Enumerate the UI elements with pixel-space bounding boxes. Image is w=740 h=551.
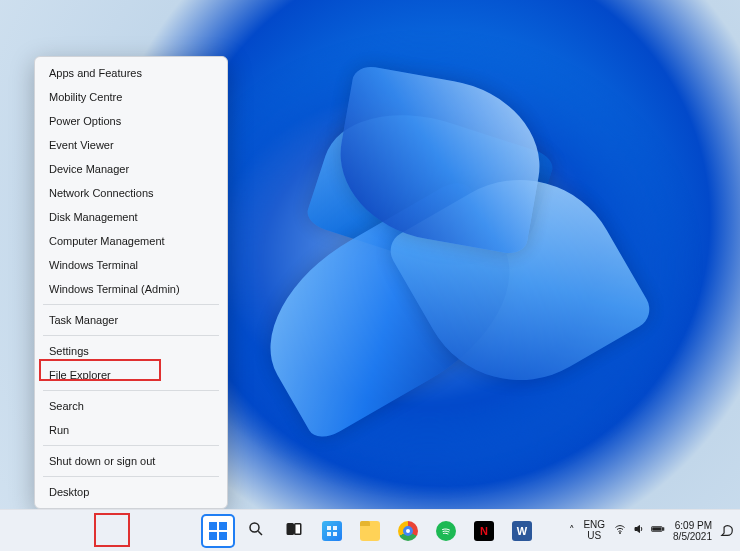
menu-separator xyxy=(43,445,219,446)
menu-item-search[interactable]: Search xyxy=(35,394,227,418)
menu-item-device-manager[interactable]: Device Manager xyxy=(35,157,227,181)
menu-separator xyxy=(43,304,219,305)
taskbar-center: N W xyxy=(203,516,537,546)
system-tray: ˄ ENG US 6:09 PM 8/5/2021 xyxy=(569,510,734,551)
svg-line-1 xyxy=(258,531,262,535)
netflix-icon: N xyxy=(474,521,494,541)
svg-rect-10 xyxy=(663,528,664,530)
svg-rect-2 xyxy=(287,523,293,534)
menu-item-desktop[interactable]: Desktop xyxy=(35,480,227,504)
menu-item-file-explorer[interactable]: File Explorer xyxy=(35,363,227,387)
tray-overflow-chevron-icon[interactable]: ˄ xyxy=(569,524,575,537)
tray-status-icons[interactable] xyxy=(613,523,665,538)
clock-time: 6:09 PM xyxy=(673,520,712,531)
language-indicator[interactable]: ENG US xyxy=(583,520,605,541)
task-view-icon xyxy=(285,520,303,542)
chrome-button[interactable] xyxy=(393,516,423,546)
battery-icon xyxy=(651,523,665,538)
menu-item-apps-and-features[interactable]: Apps and Features xyxy=(35,61,227,85)
menu-item-disk-management[interactable]: Disk Management xyxy=(35,205,227,229)
svg-rect-7 xyxy=(333,532,337,536)
menu-separator xyxy=(43,390,219,391)
menu-item-event-viewer[interactable]: Event Viewer xyxy=(35,133,227,157)
wifi-icon xyxy=(613,523,627,538)
svg-point-0 xyxy=(250,523,259,532)
clock[interactable]: 6:09 PM 8/5/2021 xyxy=(673,520,712,542)
taskbar: N W ˄ ENG US xyxy=(0,509,740,551)
svg-rect-11 xyxy=(653,528,661,530)
menu-item-run[interactable]: Run xyxy=(35,418,227,442)
language-line1: ENG xyxy=(583,520,605,531)
word-button[interactable]: W xyxy=(507,516,537,546)
svg-rect-4 xyxy=(327,526,331,530)
word-icon: W xyxy=(512,521,532,541)
notifications-icon[interactable] xyxy=(720,522,734,539)
menu-separator xyxy=(43,476,219,477)
menu-item-windows-terminal-admin[interactable]: Windows Terminal (Admin) xyxy=(35,277,227,301)
netflix-button[interactable]: N xyxy=(469,516,499,546)
search-icon xyxy=(247,520,265,542)
windows-logo-icon xyxy=(209,522,227,540)
folder-icon xyxy=(360,521,380,541)
spotify-icon xyxy=(436,521,456,541)
svg-rect-6 xyxy=(327,532,331,536)
menu-item-shut-down-or-sign-out[interactable]: Shut down or sign out xyxy=(35,449,227,473)
svg-point-8 xyxy=(620,533,621,534)
language-line2: US xyxy=(583,531,605,542)
desktop: Apps and FeaturesMobility CentrePower Op… xyxy=(0,0,740,551)
task-view-button[interactable] xyxy=(279,516,309,546)
search-button[interactable] xyxy=(241,516,271,546)
spotify-button[interactable] xyxy=(431,516,461,546)
menu-item-mobility-centre[interactable]: Mobility Centre xyxy=(35,85,227,109)
menu-item-windows-terminal[interactable]: Windows Terminal xyxy=(35,253,227,277)
widgets-icon xyxy=(322,521,342,541)
menu-item-task-manager[interactable]: Task Manager xyxy=(35,308,227,332)
svg-rect-5 xyxy=(333,526,337,530)
menu-item-computer-management[interactable]: Computer Management xyxy=(35,229,227,253)
start-button[interactable] xyxy=(203,516,233,546)
menu-separator xyxy=(43,335,219,336)
svg-rect-3 xyxy=(295,523,301,534)
widgets-button[interactable] xyxy=(317,516,347,546)
winx-context-menu: Apps and FeaturesMobility CentrePower Op… xyxy=(34,56,228,509)
chrome-icon xyxy=(398,521,418,541)
menu-item-network-connections[interactable]: Network Connections xyxy=(35,181,227,205)
file-explorer-button[interactable] xyxy=(355,516,385,546)
menu-item-settings[interactable]: Settings xyxy=(35,339,227,363)
menu-item-power-options[interactable]: Power Options xyxy=(35,109,227,133)
volume-icon xyxy=(632,523,646,538)
clock-date: 8/5/2021 xyxy=(673,531,712,542)
